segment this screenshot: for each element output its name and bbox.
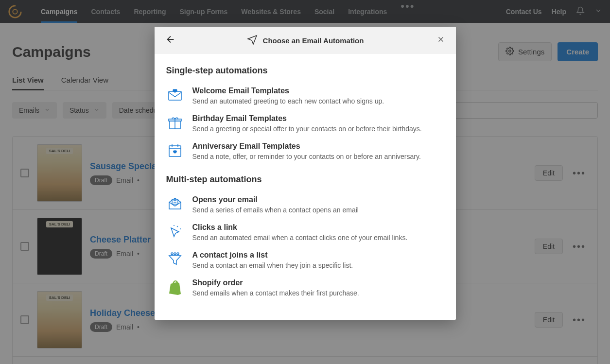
automation-text: A contact joins a list Send a contact an…	[192, 251, 444, 271]
automation-opens-email[interactable]: Opens your email Send a series of emails…	[166, 194, 444, 216]
funnel-contact-icon	[166, 251, 184, 268]
automation-text: Welcome Email Templates Send an automate…	[192, 87, 444, 106]
automation-desc: Send a contact an email when they join a…	[192, 260, 444, 271]
modal-title-wrap: Choose an Email Automation	[246, 34, 364, 47]
automation-clicks-link[interactable]: Clicks a link Send an automated email wh…	[166, 222, 444, 244]
automation-welcome[interactable]: Welcome Email Templates Send an automate…	[166, 86, 444, 107]
automation-desc: Send an automated greeting to each new c…	[192, 96, 444, 106]
calendar-heart-icon	[166, 142, 184, 159]
multi-step-heading: Multi-step automations	[166, 174, 444, 185]
svg-point-22	[177, 253, 179, 255]
automation-text: Shopify order Send emails when a contact…	[192, 278, 444, 298]
automation-title: A contact joins a list	[192, 251, 444, 260]
automation-text: Birthday Email Templates Send a greeting…	[192, 114, 444, 134]
automation-text: Opens your email Send a series of emails…	[192, 195, 444, 215]
automation-text: Anniversary Email Templates Send a note,…	[192, 142, 444, 162]
close-button[interactable]	[436, 35, 445, 46]
automation-text: Clicks a link Send an automated email wh…	[192, 223, 444, 243]
automation-shopify-order[interactable]: Shopify order Send emails when a contact…	[166, 277, 444, 299]
automation-desc: Send a note, offer, or reminder to your …	[192, 152, 444, 162]
gift-icon	[166, 114, 184, 132]
automation-title: Birthday Email Templates	[192, 114, 444, 123]
svg-point-21	[174, 253, 176, 255]
automation-desc: Send a series of emails when a contact o…	[192, 205, 444, 215]
svg-rect-14	[172, 199, 178, 204]
email-automation-modal: Choose an Email Automation Single-step a…	[155, 27, 456, 320]
svg-line-17	[177, 226, 178, 227]
open-email-icon	[166, 195, 184, 213]
automation-title: Opens your email	[192, 195, 444, 204]
automation-title: Shopify order	[192, 278, 444, 287]
svg-point-20	[171, 253, 173, 255]
automation-birthday[interactable]: Birthday Email Templates Send a greeting…	[166, 113, 444, 135]
modal-header: Choose an Email Automation	[155, 27, 456, 54]
automation-desc: Send a greeting or special offer to your…	[192, 124, 444, 134]
cursor-click-icon	[166, 223, 184, 241]
automation-anniversary[interactable]: Anniversary Email Templates Send a note,…	[166, 141, 444, 163]
modal-overlay[interactable]: Choose an Email Automation Single-step a…	[0, 0, 610, 364]
automation-title: Anniversary Email Templates	[192, 142, 444, 151]
shopify-icon	[166, 278, 184, 296]
envelope-heart-icon	[166, 87, 184, 104]
automation-title: Welcome Email Templates	[192, 87, 444, 95]
automation-desc: Send emails when a contact makes their f…	[192, 288, 444, 298]
modal-title: Choose an Email Automation	[263, 36, 364, 45]
automation-desc: Send an automated email when a contact c…	[192, 233, 444, 243]
modal-body: Single-step automations Welcome Email Te…	[155, 54, 456, 320]
automation-joins-list[interactable]: A contact joins a list Send a contact an…	[166, 250, 444, 272]
single-step-heading: Single-step automations	[166, 66, 444, 76]
automation-icon	[246, 34, 258, 47]
back-button[interactable]	[165, 34, 176, 47]
automation-title: Clicks a link	[192, 223, 444, 232]
